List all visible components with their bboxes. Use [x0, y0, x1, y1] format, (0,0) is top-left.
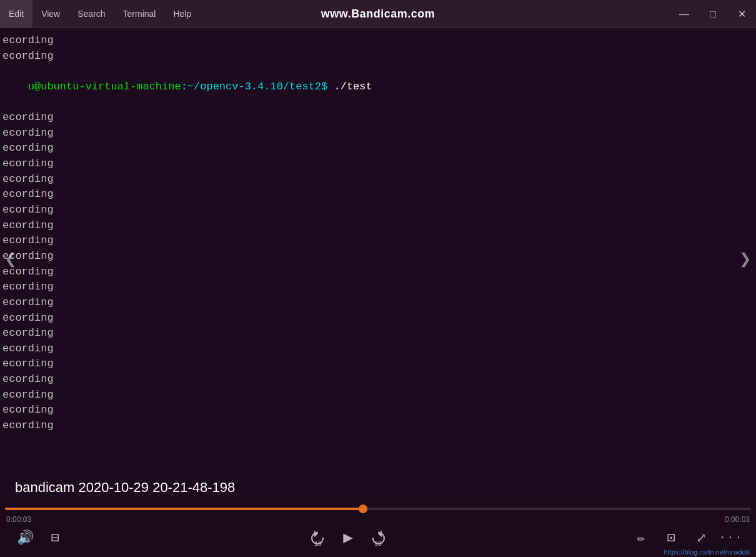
term-line-13: ecording — [2, 311, 754, 326]
progress-container[interactable] — [0, 504, 756, 514]
svg-marker-1 — [378, 531, 382, 537]
term-line-18: ecording — [2, 388, 754, 403]
volume-button[interactable]: 🔊 — [10, 526, 40, 549]
term-line-2: ecording — [2, 141, 754, 156]
svg-marker-0 — [314, 531, 318, 537]
time-row: 0:00:03 0:00:03 — [0, 515, 756, 524]
menu-help[interactable]: Help — [164, 0, 200, 28]
progress-thumb[interactable] — [359, 504, 367, 513]
close-button[interactable]: ✕ — [727, 0, 756, 28]
term-line-0: ecording — [2, 110, 754, 126]
rewind10-label: 10 — [314, 541, 322, 548]
prompt-cmd: ./test — [327, 81, 372, 93]
bandicam-watermark: www.Bandicam.com — [321, 0, 435, 28]
window-controls: — □ ✕ — [670, 0, 756, 28]
play-button[interactable]: ▶ — [333, 526, 363, 549]
prompt-path: :~/opencv-3.4.10/test2$ — [181, 81, 328, 93]
term-line-6: ecording — [2, 203, 754, 218]
term-line-8: ecording — [2, 233, 754, 249]
term-line-10: ecording — [2, 264, 754, 280]
progress-track[interactable] — [5, 508, 751, 510]
time-total: 0:00:03 — [725, 515, 750, 524]
maximize-button[interactable]: □ — [699, 0, 727, 28]
term-line-16: ecording — [2, 356, 754, 372]
controls-row: 🔊 ⊟ 10 ▶ 30 ✏ ⊡ ⤢ ··· — [0, 526, 756, 549]
terminal-area: ecording ecording u@ubuntu-virtual-machi… — [0, 28, 756, 501]
term-line-9: ecording — [2, 249, 754, 264]
term-line-19: ecording — [2, 403, 754, 418]
term-line-14: ecording — [2, 326, 754, 341]
term-line-5: ecording — [2, 187, 754, 203]
menu-bar: Edit View Search Terminal Help — [0, 0, 200, 28]
term-line-3: ecording — [2, 156, 754, 172]
menu-view[interactable]: View — [32, 0, 69, 28]
forward30-label: 30 — [374, 541, 382, 548]
screen-icon-button[interactable]: ⊡ — [656, 526, 686, 549]
player-bar: 0:00:03 0:00:03 🔊 ⊟ 10 ▶ 30 ✏ ⊡ ⤢ — [0, 501, 756, 557]
term-line-11: ecording — [2, 279, 754, 295]
rewind10-button[interactable]: 10 — [303, 526, 333, 549]
subtitles-button[interactable]: ⊟ — [40, 526, 70, 549]
terminal-prompt: u@ubuntu-virtual-machine:~/opencv-3.4.10… — [2, 64, 754, 110]
term-line-before-2: ecording — [2, 49, 754, 64]
time-current: 0:00:03 — [6, 515, 31, 524]
titlebar: Edit View Search Terminal Help www.Bandi… — [0, 0, 756, 28]
term-line-before-1: ecording — [2, 33, 754, 49]
term-line-12: ecording — [2, 295, 754, 311]
term-line-4: ecording — [2, 172, 754, 188]
progress-fill — [5, 508, 363, 510]
menu-terminal[interactable]: Terminal — [114, 0, 165, 28]
minimize-button[interactable]: — — [670, 0, 699, 28]
more-button[interactable]: ··· — [716, 526, 746, 549]
left-arrow-button[interactable]: ❮ — [1, 247, 20, 272]
term-line-1: ecording — [2, 126, 754, 141]
right-arrow-button[interactable]: ❯ — [736, 247, 755, 272]
term-line-20: ecording — [2, 418, 754, 434]
term-line-7: ecording — [2, 218, 754, 234]
url-bar: https://blog.csdn.net/urwddd — [657, 547, 756, 557]
term-line-15: ecording — [2, 341, 754, 357]
prompt-user: u@ubuntu-virtual-machine — [28, 81, 181, 93]
edit-icon-button[interactable]: ✏ — [626, 526, 656, 549]
menu-search[interactable]: Search — [69, 0, 114, 28]
forward30-button[interactable]: 30 — [363, 526, 393, 549]
expand-button[interactable]: ⤢ — [686, 526, 716, 549]
term-line-17: ecording — [2, 372, 754, 388]
menu-edit[interactable]: Edit — [0, 0, 32, 28]
